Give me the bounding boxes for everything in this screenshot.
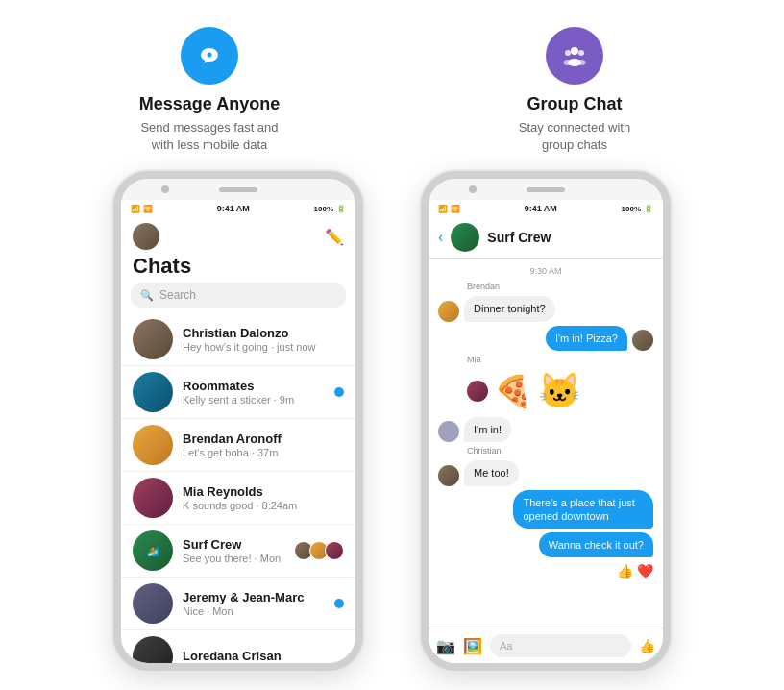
phone-top-bar-right bbox=[429, 179, 663, 200]
message-timestamp: 9:30 AM bbox=[438, 266, 653, 276]
reaction-row: 👍 ❤️ bbox=[438, 563, 653, 579]
chat-name: Christian Dalonzo bbox=[183, 326, 344, 340]
cat-sticker: 🐱 bbox=[538, 371, 581, 411]
svg-point-9 bbox=[577, 60, 586, 65]
group-chat-icon-circle bbox=[546, 27, 603, 85]
message-input-bar: 📷 🖼️ Aa 👍 bbox=[429, 628, 663, 663]
status-left-icons: 📶 🛜 bbox=[131, 205, 153, 213]
chat-name: Loredana Crisan bbox=[183, 649, 344, 663]
status-left-icons-right: 📶 🛜 bbox=[438, 205, 460, 213]
svg-point-4 bbox=[571, 47, 578, 55]
group-icon bbox=[560, 41, 589, 70]
chat-preview: Let's get boba · 37m bbox=[183, 447, 344, 458]
feature2-subtitle: Stay connected withgroup chats bbox=[519, 119, 630, 154]
battery-label-right: 100% bbox=[622, 205, 641, 213]
sender-avatar bbox=[438, 421, 459, 442]
chat-info: Mia Reynolds K sounds good · 8:24am bbox=[183, 484, 344, 511]
list-item[interactable]: Christian Dalonzo Hey how's it going · j… bbox=[121, 313, 355, 366]
sender-avatar bbox=[438, 465, 459, 486]
chat-preview: Hey how's it going · just now bbox=[183, 341, 344, 353]
back-button[interactable]: ‹ bbox=[438, 229, 443, 246]
chat-info: Surf Crew See you there! · Mon bbox=[183, 537, 288, 564]
send-button[interactable]: 👍 bbox=[639, 638, 655, 653]
group-chat-header: ‹ Surf Crew bbox=[429, 217, 663, 259]
status-right-icons-right: 100% 🔋 bbox=[622, 205, 653, 213]
avatar bbox=[133, 425, 173, 465]
avatar bbox=[133, 478, 173, 518]
chat-info: Brendan Aronoff Let's get boba · 37m bbox=[183, 431, 344, 458]
message-bubble: Dinner tonight? bbox=[464, 296, 555, 321]
avatar: 🏄 bbox=[133, 530, 173, 571]
compose-button[interactable]: ✏️ bbox=[325, 228, 344, 246]
battery-icon-left: 🔋 bbox=[336, 205, 346, 213]
svg-point-8 bbox=[564, 60, 573, 65]
list-item[interactable]: Jeremy & Jean-Marc Nice · Mon bbox=[121, 578, 355, 630]
battery-icon-right: 🔋 bbox=[644, 205, 653, 213]
chat-preview: Nice · Mon bbox=[183, 605, 325, 617]
sender-label-mia: Mia bbox=[438, 355, 653, 364]
group-avatar-mini bbox=[325, 541, 344, 560]
feature-message-anyone: Message Anyone Send messages fast andwit… bbox=[113, 27, 306, 154]
list-item[interactable]: Brendan Aronoff Let's get boba · 37m bbox=[121, 419, 355, 472]
list-item[interactable]: 🏄 Surf Crew See you there! · Mon bbox=[121, 525, 355, 578]
search-placeholder: Search bbox=[159, 288, 196, 302]
feature1-title: Message Anyone bbox=[139, 94, 280, 114]
camera-icon[interactable]: 📷 bbox=[436, 637, 455, 655]
status-right-icons: 100% 🔋 bbox=[314, 205, 346, 213]
sender-avatar-right bbox=[632, 330, 653, 351]
status-bar-left: 📶 🛜 9:41 AM 100% 🔋 bbox=[121, 200, 355, 217]
heart-reaction[interactable]: ❤️ bbox=[637, 563, 653, 579]
chats-header: ✏️ bbox=[121, 217, 355, 254]
chat-bubble-icon bbox=[195, 41, 224, 70]
chat-info: Jeremy & Jean-Marc Nice · Mon bbox=[183, 590, 325, 617]
chat-name: Roommates bbox=[183, 379, 325, 393]
svg-point-6 bbox=[578, 50, 584, 56]
chat-name: Mia Reynolds bbox=[183, 484, 344, 499]
message-input-field[interactable]: Aa bbox=[490, 634, 631, 657]
input-placeholder: Aa bbox=[500, 640, 512, 652]
status-bar-right: 📶 🛜 9:41 AM 100% 🔋 bbox=[429, 200, 663, 217]
list-item[interactable]: Roommates Kelly sent a sticker · 9m bbox=[121, 366, 355, 419]
signal-icon-right: 📶 bbox=[438, 205, 448, 213]
right-phone: 📶 🛜 9:41 AM 100% 🔋 ‹ Surf Crew 9:30 AM B… bbox=[421, 171, 671, 671]
signal-icon: 📶 bbox=[131, 205, 140, 213]
chat-info: Roommates Kelly sent a sticker · 9m bbox=[183, 379, 325, 406]
svg-point-2 bbox=[208, 53, 212, 58]
photo-icon[interactable]: 🖼️ bbox=[463, 637, 482, 655]
message-bubble: I'm in! bbox=[464, 417, 511, 442]
messages-list: 9:30 AM Brendan Dinner tonight? I'm in! … bbox=[429, 259, 663, 628]
message-row-outgoing: There's a place that just opened downtow… bbox=[438, 490, 653, 530]
list-item[interactable]: Mia Reynolds K sounds good · 8:24am bbox=[121, 472, 355, 525]
avatar bbox=[133, 636, 173, 663]
status-time-left: 9:41 AM bbox=[217, 204, 250, 213]
phones-section: 📶 🛜 9:41 AM 100% 🔋 ✏️ Chats 🔍 Search bbox=[0, 171, 784, 671]
list-item[interactable]: Loredana Crisan bbox=[121, 630, 355, 663]
feature1-subtitle: Send messages fast andwith less mobile d… bbox=[140, 119, 278, 154]
thumbs-up-reaction[interactable]: 👍 bbox=[617, 563, 633, 579]
message-bubble: Me too! bbox=[464, 460, 519, 485]
speaker-right bbox=[527, 187, 565, 192]
wifi-icon: 🛜 bbox=[143, 205, 153, 213]
speaker-left bbox=[219, 187, 257, 192]
chat-preview: See you there! · Mon bbox=[183, 553, 288, 564]
front-camera-right bbox=[469, 185, 477, 193]
feature-group-chat: Group Chat Stay connected withgroup chat… bbox=[478, 27, 671, 154]
left-phone: 📶 🛜 9:41 AM 100% 🔋 ✏️ Chats 🔍 Search bbox=[113, 171, 363, 671]
wifi-icon-right: 🛜 bbox=[451, 205, 460, 213]
chat-name: Surf Crew bbox=[183, 537, 288, 552]
message-row-outgoing-2: Wanna check it out? bbox=[438, 532, 653, 557]
chat-preview: K sounds good · 8:24am bbox=[183, 500, 344, 511]
group-chat-screen: ‹ Surf Crew 9:30 AM Brendan Dinner tonig… bbox=[429, 217, 663, 663]
search-bar[interactable]: 🔍 Search bbox=[131, 283, 346, 308]
chat-meta bbox=[298, 541, 344, 560]
search-icon: 🔍 bbox=[140, 289, 154, 302]
unread-indicator bbox=[334, 387, 344, 397]
status-time-right: 9:41 AM bbox=[525, 204, 557, 213]
avatar bbox=[133, 319, 173, 359]
message-row-incoming: I'm in! bbox=[438, 417, 653, 442]
message-row-incoming: Dinner tonight? bbox=[438, 296, 653, 321]
chat-name: Brendan Aronoff bbox=[183, 431, 344, 446]
sticker-row: 🍕 🐱 bbox=[438, 371, 653, 411]
user-avatar[interactable] bbox=[133, 223, 159, 250]
message-row-incoming: Me too! bbox=[438, 460, 653, 485]
